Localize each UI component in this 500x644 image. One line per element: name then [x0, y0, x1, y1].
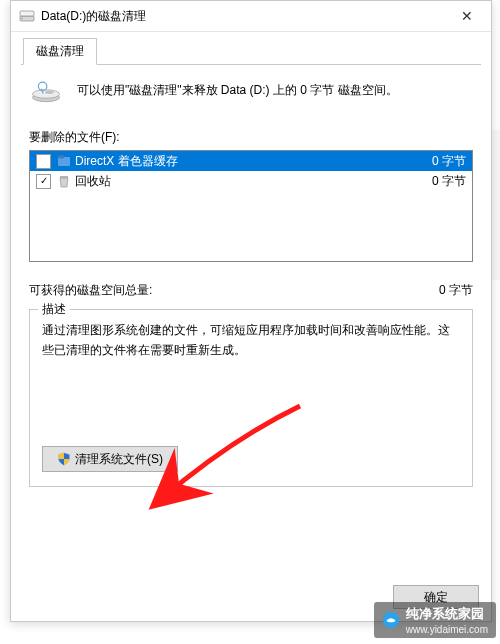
- window-title: Data(D:)的磁盘清理: [41, 8, 447, 25]
- svg-rect-1: [20, 11, 34, 16]
- watermark-logo-icon: [382, 611, 400, 629]
- svg-rect-9: [60, 176, 68, 178]
- drive-cleanup-icon: [19, 8, 35, 24]
- clean-system-wrap: 清理系统文件(S): [42, 446, 460, 472]
- drive-large-icon: [29, 77, 63, 111]
- files-label: 要删除的文件(F):: [29, 129, 473, 146]
- tab-disk-cleanup[interactable]: 磁盘清理: [23, 38, 97, 65]
- file-checkbox[interactable]: [36, 154, 51, 169]
- svg-point-2: [21, 18, 23, 20]
- file-size: 0 字节: [406, 173, 466, 190]
- close-button[interactable]: ✕: [447, 3, 487, 29]
- disk-cleanup-window: Data(D:)的磁盘清理 ✕ 磁盘清理 可以使用"磁盘清理"来释放 Data …: [10, 0, 492, 622]
- svg-rect-8: [58, 156, 64, 159]
- file-checkbox[interactable]: ✓: [36, 174, 51, 189]
- recycle-bin-icon: [57, 174, 71, 188]
- tab-label: 磁盘清理: [36, 43, 84, 60]
- titlebar: Data(D:)的磁盘清理 ✕: [11, 1, 491, 32]
- clean-system-files-button[interactable]: 清理系统文件(S): [42, 446, 178, 472]
- file-name: DirectX 着色器缓存: [75, 153, 406, 170]
- intro-block: 可以使用"磁盘清理"来释放 Data (D:) 上的 0 字节 磁盘空间。: [29, 77, 473, 111]
- svg-point-4: [32, 90, 59, 99]
- intro-text: 可以使用"磁盘清理"来释放 Data (D:) 上的 0 字节 磁盘空间。: [77, 77, 398, 99]
- description-text: 通过清理图形系统创建的文件，可缩短应用程序加载时间和改善响应性能。这些已清理的文…: [42, 320, 460, 384]
- uac-shield-icon: [57, 452, 71, 466]
- file-name: 回收站: [75, 173, 406, 190]
- clean-system-files-label: 清理系统文件(S): [75, 451, 163, 468]
- tab-content: 可以使用"磁盘清理"来释放 Data (D:) 上的 0 字节 磁盘空间。 要删…: [11, 65, 491, 487]
- file-row[interactable]: ✓回收站0 字节: [30, 171, 472, 191]
- watermark: 纯净系统家园 www.yidaimei.com: [374, 602, 496, 638]
- total-value: 0 字节: [439, 282, 473, 299]
- close-icon: ✕: [461, 8, 473, 24]
- file-row[interactable]: DirectX 着色器缓存0 字节: [30, 151, 472, 171]
- file-size: 0 字节: [406, 153, 466, 170]
- total-label: 可获得的磁盘空间总量:: [29, 282, 152, 299]
- total-row: 可获得的磁盘空间总量: 0 字节: [29, 282, 473, 299]
- watermark-name: 纯净系统家园: [406, 606, 484, 621]
- folder-icon: [57, 154, 71, 168]
- description-legend: 描述: [38, 301, 70, 318]
- watermark-text: 纯净系统家园 www.yidaimei.com: [406, 605, 488, 635]
- watermark-url: www.yidaimei.com: [406, 624, 488, 635]
- svg-point-5: [45, 91, 54, 94]
- files-listbox[interactable]: DirectX 着色器缓存0 字节✓回收站0 字节: [29, 150, 473, 262]
- description-group: 描述 通过清理图形系统创建的文件，可缩短应用程序加载时间和改善响应性能。这些已清…: [29, 309, 473, 487]
- tab-strip: 磁盘清理: [21, 38, 481, 65]
